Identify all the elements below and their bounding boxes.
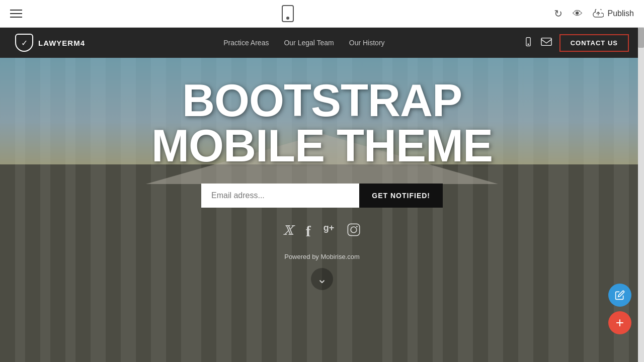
mobile-preview-toggle[interactable]	[282, 5, 294, 22]
hamburger-menu[interactable]	[10, 10, 22, 18]
hero-title-line1: BOOTSTRAP	[182, 75, 462, 126]
scrollbar-thumb[interactable]	[638, 28, 644, 48]
instagram-icon[interactable]	[347, 223, 361, 240]
nav-our-history[interactable]: Our History	[349, 39, 385, 47]
hero-title: BOOTSTRAP MOBILE THEME	[151, 78, 493, 168]
nav-practice-areas[interactable]: Practice Areas	[223, 39, 269, 47]
phone-icon[interactable]	[523, 37, 533, 49]
svg-point-1	[528, 44, 529, 45]
plus-icon: +	[616, 315, 624, 331]
site-nav-links: Practice Areas Our Legal Team Our Histor…	[223, 39, 384, 47]
contact-us-button[interactable]: CONTACT US	[559, 34, 629, 52]
svg-point-4	[351, 227, 357, 233]
editor-left-group	[10, 10, 22, 18]
hero-form: GET NOTIFIED!	[201, 184, 443, 208]
scrollbar[interactable]	[638, 28, 644, 362]
publish-label: Publish	[608, 9, 634, 18]
social-icons-group: 𝕏 f g+	[283, 223, 361, 240]
edit-fab-button[interactable]	[608, 284, 631, 307]
svg-point-5	[356, 226, 358, 227]
preview-button[interactable]: 👁	[573, 8, 583, 20]
twitter-icon[interactable]: 𝕏	[283, 223, 293, 240]
nav-legal-team[interactable]: Our Legal Team	[284, 39, 334, 47]
hero-content: BOOTSTRAP MOBILE THEME GET NOTIFIED! 𝕏 f…	[0, 58, 644, 290]
notify-button[interactable]: GET NOTIFIED!	[359, 184, 443, 208]
site-nav-right: CONTACT US	[523, 34, 629, 52]
site-navbar: LAWYERM4 Practice Areas Our Legal Team O…	[0, 28, 644, 58]
hero-section: BOOTSTRAP MOBILE THEME GET NOTIFIED! 𝕏 f…	[0, 58, 644, 362]
facebook-icon[interactable]: f	[306, 223, 311, 240]
hero-title-line2: MOBILE THEME	[151, 121, 493, 171]
publish-button[interactable]: Publish	[593, 9, 634, 18]
svg-rect-3	[348, 224, 360, 235]
scroll-down-button[interactable]: ⌄	[311, 268, 333, 290]
cloud-upload-icon	[593, 9, 604, 18]
editor-right-group: ↺ 👁 Publish	[554, 8, 634, 20]
undo-button[interactable]: ↺	[554, 8, 562, 20]
editor-center-group	[282, 5, 294, 22]
mail-icon[interactable]	[541, 37, 552, 49]
site-logo[interactable]: LAWYERM4	[15, 34, 85, 52]
shield-logo-icon	[15, 34, 33, 52]
email-input[interactable]	[201, 184, 359, 208]
svg-rect-2	[541, 38, 551, 45]
editor-bar: ↺ 👁 Publish	[0, 0, 644, 28]
powered-by-text: Powered by Mobirise.com	[284, 253, 360, 260]
google-plus-icon[interactable]: g+	[324, 223, 335, 240]
site-logo-text: LAWYERM4	[38, 39, 85, 47]
add-fab-button[interactable]: +	[608, 311, 631, 334]
